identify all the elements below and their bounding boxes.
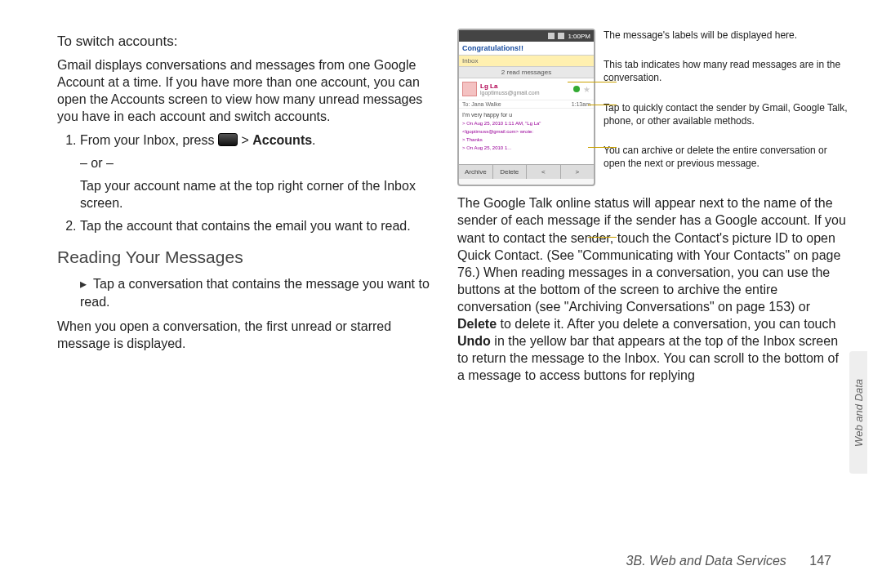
step1-alt: Tap your account name at the top right c… <box>80 177 441 212</box>
right-paragraph: The Google Talk online status will appea… <box>457 194 849 384</box>
quote-line-4: > On Aug 25, 2010 1... <box>462 145 590 150</box>
right-column: 1:00PM Congratulations!! Inbox 2 read me… <box>457 29 849 391</box>
page-footer: 3B. Web and Data Services 147 <box>626 554 831 568</box>
quote-line-2: <lgoptimuss@gmail.com> wrote: <box>462 129 590 134</box>
battery-icon <box>558 33 564 39</box>
rp-d: Undo <box>457 334 491 348</box>
callout-buttons: You can archive or delete the entire con… <box>604 144 849 170</box>
switch-accounts-heading: To switch accounts: <box>57 33 441 50</box>
phone-screenshot: 1:00PM Congratulations!! Inbox 2 read me… <box>457 29 595 186</box>
callouts: The message's labels will be displayed h… <box>604 29 849 186</box>
delete-button[interactable]: Delete <box>493 165 528 179</box>
message-subject: Congratulations!! <box>459 42 594 56</box>
button-bar: Archive Delete < > <box>459 164 594 179</box>
accounts-label: Accounts <box>252 133 312 147</box>
star-icon: ★ <box>583 85 590 94</box>
callout-readtab: This tab indicates how many read message… <box>604 58 849 84</box>
next-button[interactable]: > <box>561 165 595 179</box>
archive-button[interactable]: Archive <box>459 165 493 179</box>
leader-line <box>588 237 617 238</box>
leader-line <box>588 147 617 148</box>
body-text: I'm very happy for u <box>462 112 590 118</box>
step-1: From your Inbox, press > Accounts. – or … <box>80 131 441 212</box>
status-bar: 1:00PM <box>459 30 594 42</box>
leader-line <box>568 82 617 82</box>
figure-block: 1:00PM Congratulations!! Inbox 2 read me… <box>457 29 849 186</box>
leader-line <box>588 105 617 105</box>
side-tab: Web and Data <box>849 351 867 474</box>
menu-key-icon <box>218 133 238 146</box>
message-body: I'm very happy for u > On Aug 25, 2010 1… <box>459 109 594 164</box>
status-dot-icon <box>573 86 580 92</box>
sender-name: Lg La <box>480 82 570 90</box>
reading-messages-heading: Reading Your Messages <box>57 247 441 267</box>
step1-text-b: > <box>241 133 252 147</box>
rp-b: Delete <box>457 317 497 331</box>
rp-a: The Google Talk online status will appea… <box>457 196 846 314</box>
footer-section: 3B. Web and Data Services <box>626 554 786 568</box>
switch-accounts-intro: Gmail displays conversations and message… <box>57 56 441 125</box>
rp-e: in the yellow bar that appears at the to… <box>457 334 839 382</box>
switch-steps-list: From your Inbox, press > Accounts. – or … <box>57 131 441 234</box>
side-tab-label: Web and Data <box>853 379 865 447</box>
callout-labels: The message's labels will be displayed h… <box>604 29 849 42</box>
sender-email: lgoptimuss@gmail.com <box>480 90 570 96</box>
status-time: 1:00PM <box>568 33 590 40</box>
quote-line-3: > Thanks <box>462 137 590 142</box>
to-row: To: Jana Walke 1:13am <box>459 100 594 109</box>
reading-bullet-list: Tap a conversation that contains the mes… <box>57 275 441 310</box>
left-column: To switch accounts: Gmail displays conve… <box>57 29 441 391</box>
label-bar: Inbox <box>459 56 594 66</box>
reading-para: When you open a conversation, the first … <box>57 318 441 352</box>
callout-sender: Tap to quickly contact the sender by Gma… <box>604 101 849 127</box>
signal-icon <box>548 33 555 39</box>
avatar <box>462 82 477 96</box>
page-number: 147 <box>809 554 831 568</box>
step1-text-a: From your Inbox, press <box>80 133 218 147</box>
step1-or: – or – <box>80 154 441 172</box>
to-line: To: Jana Walke <box>462 101 501 107</box>
rp-c: to delete it. After you delete a convers… <box>500 317 835 331</box>
quote-line-1: > On Aug 25, 2010 1:11 AM, "Lg La" <box>462 121 590 126</box>
read-messages-tab: 2 read messages <box>459 66 594 78</box>
prev-button[interactable]: < <box>527 165 561 179</box>
step-2: Tap the account that contains the email … <box>80 217 441 235</box>
reading-bullet: Tap a conversation that contains the mes… <box>80 275 441 310</box>
